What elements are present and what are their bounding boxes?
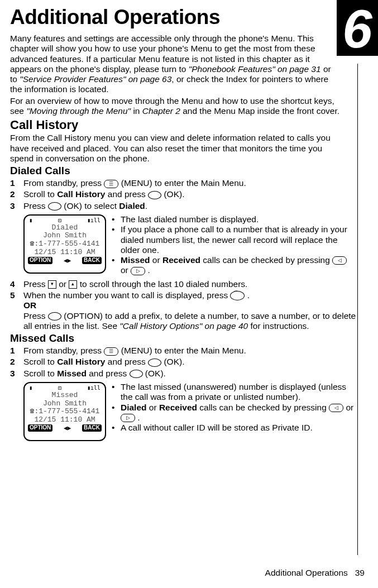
step-text: From standby, press ☰ (MENU) to enter th… <box>23 178 356 188</box>
bullet-text: Missed or Received calls can be checked … <box>121 255 356 276</box>
bullet-text: A call without caller ID will be stored … <box>121 423 356 433</box>
bold-text: Call History <box>57 189 105 199</box>
bullet: • Missed or Received calls can be checke… <box>112 255 356 276</box>
step-number: 1 <box>10 178 23 188</box>
crossref: "Call History Options" on page 40 <box>119 321 248 331</box>
text: . <box>135 413 140 422</box>
or-text: OR <box>23 300 36 310</box>
missed-steps: 1 From standby, press ☰ (MENU) to enter … <box>10 346 356 379</box>
subsection-heading-missed: Missed Calls <box>10 332 356 345</box>
bullet: • The last dialed number is displayed. <box>112 214 356 224</box>
call-key-icon <box>230 291 245 300</box>
softkey-left: OPTION <box>28 257 52 264</box>
bullet-mark: • <box>112 382 121 403</box>
up-key-icon: ▴ <box>69 280 77 289</box>
section-description: From the Call History menu you can view … <box>10 133 345 164</box>
step: 4 Press ▾ or ▴ to scroll through the las… <box>10 279 356 289</box>
step-text: Scroll to Call History and press (OK). <box>23 189 356 199</box>
ok-key-icon <box>148 358 161 367</box>
text: and press <box>105 189 148 199</box>
nav-arrows-icon: ◀▶ <box>64 424 71 432</box>
right-key-icon: ▷ <box>121 414 135 422</box>
bullet-text: The last missed (unanswered) number is d… <box>121 382 356 403</box>
page-footer: Additional Operations 39 <box>265 568 365 578</box>
text: (OK) to select <box>61 201 119 211</box>
text: . <box>145 201 147 211</box>
text: in <box>131 106 142 116</box>
bullet-mark: • <box>112 423 121 433</box>
softkey-left: OPTION <box>28 424 52 432</box>
intro-paragraph-1: Many features and settings are accessibl… <box>10 34 334 95</box>
softkey-bar: OPTION ◀▶ BACK <box>26 424 104 432</box>
screen-title: Dialed <box>26 224 104 232</box>
bullet: • Dialed or Received calls can be checke… <box>112 403 356 423</box>
section-heading-call-history: Call History <box>10 118 356 132</box>
bullet-text: The last dialed number is displayed. <box>121 214 356 224</box>
bullet: • If you place a phone call to a number … <box>112 224 356 255</box>
dialed-screen-block: ▮ ⊡ ▮ıll Dialed John Smith ☎:1-777-555-4… <box>23 214 356 276</box>
bold-text: Dialed <box>119 201 145 211</box>
phone-display: ▮ ⊡ ▮ıll Dialed John Smith ☎:1-777-555-4… <box>23 214 106 274</box>
step: 3 Press (OK) to select Dialed. <box>10 201 356 211</box>
text: . <box>245 290 250 300</box>
missed-bullets: • The last missed (unanswered) number is… <box>112 382 356 433</box>
page-content: Additional Operations Many features and … <box>0 0 377 441</box>
screen-name: John Smith <box>26 400 104 408</box>
phone-display: ▮ ⊡ ▮ıll Missed John Smith ☎:1-777-555-4… <box>23 382 106 441</box>
text: (OK). <box>143 369 166 378</box>
left-key-icon: ◁ <box>329 404 343 412</box>
step-text: Press ▾ or ▴ to scroll through the last … <box>23 279 356 289</box>
bullet-mark: • <box>112 255 121 276</box>
step-number: 1 <box>10 346 23 356</box>
left-key-icon: ◁ <box>332 256 347 265</box>
text: calls can be checked by pressing <box>200 255 332 265</box>
text: Press <box>23 201 48 211</box>
text: (MENU) to enter the Main Menu. <box>118 346 246 355</box>
crossref: Chapter 2 <box>142 106 180 116</box>
text: Scroll to <box>23 369 57 378</box>
bullet-text: Dialed or Received calls can be checked … <box>121 403 356 423</box>
option-key-icon <box>48 312 61 321</box>
text: or <box>147 403 159 412</box>
step-number: 2 <box>10 357 23 367</box>
text: and press <box>105 357 148 366</box>
dialed-steps: 1 From standby, press ☰ (MENU) to enter … <box>10 178 356 211</box>
screen-title: Missed <box>26 391 104 400</box>
step-number: 3 <box>10 201 23 211</box>
crossref: "Moving through the Menu" <box>26 106 131 116</box>
text: From standby, press <box>23 346 104 355</box>
text: Press <box>23 311 48 321</box>
text: or <box>150 255 162 265</box>
signal-icon: ▮ıll <box>87 217 101 223</box>
step: 1 From standby, press ☰ (MENU) to enter … <box>10 178 356 188</box>
status-bar: ▮ ⊡ ▮ıll <box>26 217 104 224</box>
text: (OK). <box>161 189 184 199</box>
text: (MENU) to enter the Main Menu. <box>118 178 246 188</box>
menu-key-icon: ☰ <box>104 347 118 356</box>
menu-key-icon: ☰ <box>104 180 118 188</box>
margin-rule <box>357 64 358 555</box>
bullet-mark: • <box>112 224 121 255</box>
bold-text: Received <box>159 403 197 412</box>
text: When the number you want to call is disp… <box>23 290 230 300</box>
text: From standby, press <box>23 178 104 188</box>
page-title: Additional Operations <box>10 6 356 29</box>
bullet-text: If you place a phone call to a number th… <box>121 224 356 255</box>
bold-text: Dialed <box>121 403 147 412</box>
step-number: 5 <box>10 290 23 331</box>
crossref: "Phonebook Features" on page 31 <box>189 64 321 74</box>
subsection-heading-dialed: Dialed Calls <box>10 165 356 177</box>
right-key-icon: ▷ <box>131 267 145 275</box>
screen-number: ☎:1-777-555-4141 <box>26 408 104 416</box>
step: 3 Scroll to Missed and press (OK). <box>10 369 356 379</box>
text: Scroll to <box>23 189 57 199</box>
footer-label: Additional Operations <box>265 568 348 577</box>
step: 5 When the number you want to call is di… <box>10 290 356 331</box>
bold-text: Call History <box>57 357 105 366</box>
ok-key-icon <box>48 202 61 211</box>
step-number: 4 <box>10 279 23 289</box>
bold-text: Missed <box>57 369 87 378</box>
text: and press <box>87 369 130 378</box>
text: for instructions. <box>248 321 309 331</box>
step-text: Scroll to Missed and press (OK). <box>23 369 356 379</box>
